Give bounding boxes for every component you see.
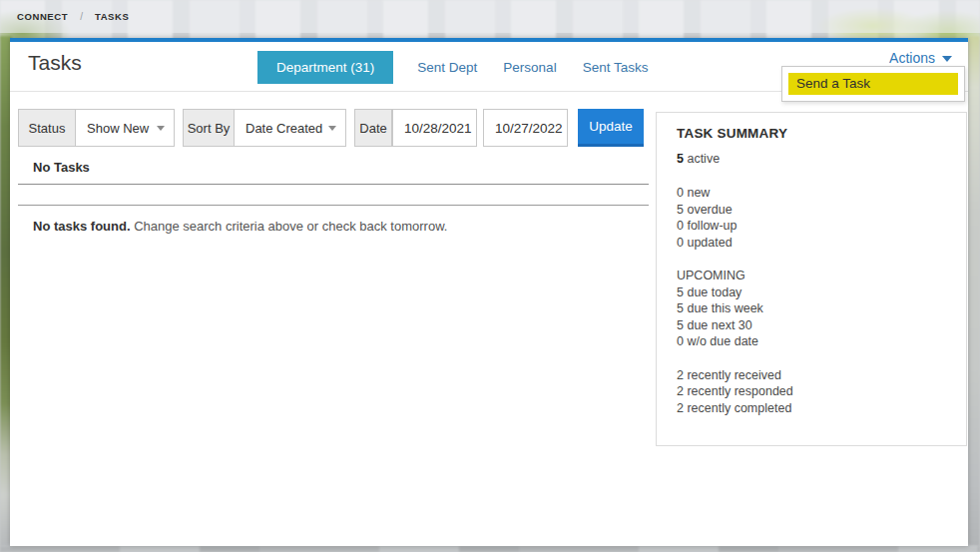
active-count-line: 5 active [677,152,946,166]
no-tasks-message: No tasks found. Change search criteria a… [18,219,649,234]
actions-menu: Send a Task [781,66,965,102]
stat-recently-completed: 2 recently completed [677,400,946,417]
update-button[interactable]: Update [578,109,644,147]
menu-item-send-a-task[interactable]: Send a Task [788,73,958,95]
dropdown-arrow-icon [328,126,336,131]
tab-sent-tasks[interactable]: Sent Tasks [570,60,662,75]
date-to-input[interactable] [483,109,568,147]
no-tasks-message-text: Change search criteria above or check ba… [131,219,448,234]
stat-due-today: 5 due today [677,284,946,301]
sort-by-select[interactable]: Date Created [235,109,346,147]
task-list: No Tasks No tasks found. Change search c… [18,160,649,234]
actions-label: Actions [889,50,935,66]
stat-wo-due-date: 0 w/o due date [677,333,946,350]
summary-stats-list: 0 new 5 overdue 0 follow-up 0 updated [677,185,946,251]
tab-department[interactable]: Department (31) [257,51,393,84]
top-menu-bar: CONNECT / TASKS [0,0,980,33]
sort-by-select-value: Date Created [245,121,322,136]
stat-new: 0 new [677,185,946,202]
empty-row [18,185,649,206]
stat-recently-responded: 2 recently responded [677,383,946,400]
stat-overdue: 5 overdue [677,202,946,219]
status-select[interactable]: Show New [76,109,175,147]
task-summary-panel: TASK SUMMARY 5 active 0 new 5 overdue 0 … [656,112,967,446]
summary-recent-list: 2 recently received 2 recently responded… [677,367,946,417]
status-select-value: Show New [87,121,149,136]
tab-bar: Department (31) Sent Dept Personal Sent … [257,51,661,84]
status-label: Status [18,109,76,147]
stat-updated: 0 updated [677,235,946,252]
menu-separator: / [80,11,83,22]
menu-item-connect[interactable]: CONNECT [17,11,68,22]
active-count: 5 [677,152,684,166]
active-label: active [684,152,720,166]
date-label: Date [354,109,392,147]
dropdown-arrow-icon [157,126,165,131]
task-list-header: No Tasks [18,160,649,185]
filter-bar: Status Show New Sort By Date Created Dat… [18,109,644,147]
summary-upcoming-list: UPCOMING 5 due today 5 due this week 5 d… [677,268,946,350]
tab-personal[interactable]: Personal [490,60,569,75]
no-tasks-message-bold: No tasks found. [33,219,131,234]
upcoming-header: UPCOMING [677,268,946,284]
sort-by-label: Sort By [183,109,235,147]
desktop-background-right [968,36,980,546]
stat-due-this-week: 5 due this week [677,300,946,317]
tasks-panel: Tasks Department (31) Sent Dept Personal… [10,38,968,546]
chevron-down-icon [942,56,952,62]
menu-item-tasks[interactable]: TASKS [95,11,130,22]
stat-due-next-30: 5 due next 30 [677,317,946,334]
task-summary-title: TASK SUMMARY [677,126,946,141]
stat-recently-received: 2 recently received [677,367,946,384]
stat-follow-up: 0 follow-up [677,218,946,235]
desktop-background-bottom [0,546,980,552]
page-title: Tasks [28,51,82,75]
tab-sent-dept[interactable]: Sent Dept [404,60,490,75]
date-from-input[interactable] [392,109,477,147]
actions-dropdown-toggle[interactable]: Actions [889,50,952,66]
